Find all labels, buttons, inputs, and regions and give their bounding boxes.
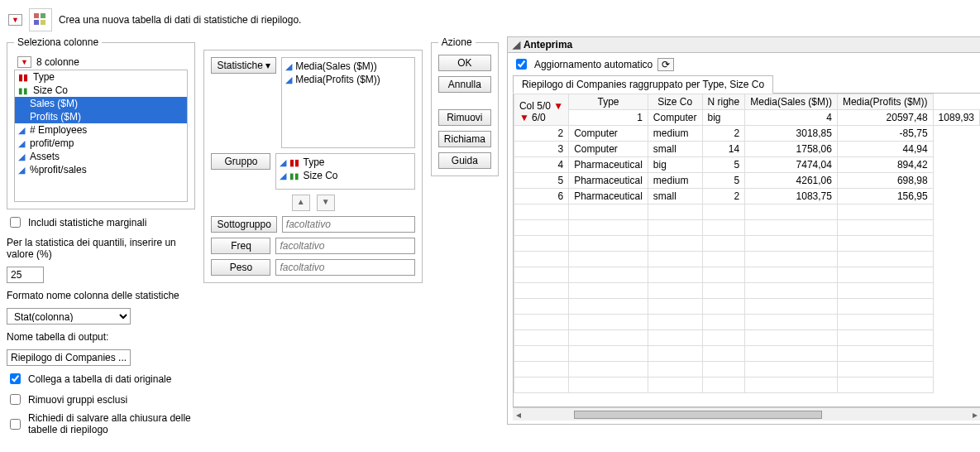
format-label: Formato nome colonna delle statistiche [7,290,195,301]
table-header[interactable]: Media(Sales ($M)) [745,94,838,110]
table-cell: 5 [702,157,745,173]
table-cell: 4261,06 [745,173,838,189]
col-indicator[interactable]: Col 5/0 ▼ [519,100,563,112]
table-row[interactable]: 3Computersmall141758,0644,94 [514,142,979,157]
link-original-checkbox[interactable]: Collega a tabella di dati originale [7,371,195,387]
group-label: Type [303,156,324,168]
freq-button[interactable]: Freq [211,238,270,254]
include-marginal-checkbox[interactable]: Includi statistiche marginali [7,214,195,230]
table-header[interactable]: Size Co [648,94,702,110]
group-item[interactable]: ◢ ▮▮ Size Co [278,169,412,182]
row-number: 3 [514,142,568,157]
table-cell: 20597,48 [837,110,933,126]
include-marginal-input[interactable] [10,217,21,228]
weight-button[interactable]: Peso [211,259,270,276]
subgroup-button[interactable]: Sottogruppo [211,216,276,233]
weight-input[interactable] [275,259,414,276]
table-cell: -85,75 [837,126,933,142]
quantile-input[interactable] [7,267,44,283]
column-label: Type [33,71,55,83]
ask-save-checkbox[interactable]: Richiedi di salvare alla chiusura delle … [7,412,195,435]
continuous-icon: ◢ [280,157,286,168]
group-button[interactable]: Gruppo [211,153,270,170]
table-row [514,299,979,315]
scroll-right-icon[interactable]: ▸ [969,409,980,421]
select-columns-fieldset: Seleziona colonne ▼ 8 colonne ▮▮ Type▮▮ … [7,36,195,209]
column-label: Sales ($M) [30,98,78,109]
auto-update-input[interactable] [516,59,527,70]
column-label: # Employees [30,124,87,136]
menu-trigger-icon[interactable]: ▼ [8,14,22,26]
row-number: 2 [514,126,568,142]
table-row [514,252,979,267]
row-indicator[interactable]: 6/0 [532,112,546,123]
table-row[interactable]: 4Pharmaceuticalbig57474,04894,42 [514,157,979,173]
remove-groups-label: Rimuovi gruppi esclusi [28,394,127,406]
preview-table-wrap: Col 5/0 ▼▼ 6/0TypeSize CoN righeMedia(Sa… [513,93,980,407]
subgroup-input[interactable] [282,216,415,233]
outname-input[interactable] [7,349,131,366]
column-item[interactable]: ◢ Sales ($M) [15,97,187,110]
statistics-button[interactable]: Statistiche ▾ [211,57,276,74]
table-cell: 3018,85 [745,126,838,142]
table-row [514,267,979,283]
column-item[interactable]: ▮▮ Type [15,70,187,84]
table-cell: Pharmaceutical [569,157,648,173]
table-row[interactable]: 1Computerbig420597,481089,93 [514,110,979,126]
format-select[interactable]: Stat(colonna) [7,308,131,325]
sort-asc-button[interactable]: ▲ [292,195,310,211]
continuous-icon: ◢ [285,75,292,85]
cancel-button[interactable]: Annulla [438,76,491,93]
statistic-label: Media(Sales ($M)) [295,60,377,72]
column-label: Profits ($M) [30,111,81,123]
statistic-item[interactable]: ◢ Media(Sales ($M)) [284,60,413,73]
preview-tab[interactable]: Riepilogo di Companies raggruppato per T… [513,75,773,94]
column-item[interactable]: ◢ # Employees [15,123,187,137]
table-row[interactable]: 6Pharmaceuticalsmall21083,75156,95 [514,189,979,204]
column-item[interactable]: ▮▮ Size Co [15,84,187,97]
remove-groups-input[interactable] [10,394,21,405]
group-box[interactable]: ◢ ▮▮ Type◢ ▮▮ Size Co [275,153,414,190]
table-header[interactable]: Media(Profits ($M)) [837,94,933,110]
scroll-left-icon[interactable]: ◂ [513,409,524,421]
group-label: Size Co [303,170,337,181]
column-label: Assets [30,151,60,162]
column-label: %profit/sales [30,164,87,176]
ask-save-input[interactable] [10,419,21,430]
horizontal-scrollbar[interactable]: ◂ ▸ [513,407,980,421]
freq-input[interactable] [275,238,414,254]
column-item[interactable]: ◢ %profit/sales [15,163,187,176]
header-description: Crea una nuova tabella di dati di statis… [59,14,302,26]
table-cell: medium [648,126,702,142]
table-row[interactable]: 2Computermedium23018,85-85,75 [514,126,979,142]
column-label: profit/emp [30,137,74,149]
remove-groups-checkbox[interactable]: Rimuovi gruppi esclusi [7,392,195,407]
group-item[interactable]: ◢ ▮▮ Type [278,156,412,169]
table-row [514,315,979,330]
column-item[interactable]: ◢ Assets [15,150,187,163]
columns-list[interactable]: ▮▮ Type▮▮ Size Co◢ Sales ($M)◢ Profits (… [14,70,188,202]
columns-menu-icon[interactable]: ▼ [17,56,31,68]
scroll-thumb[interactable] [574,411,822,419]
table-header[interactable]: N righe [702,94,745,110]
link-original-input[interactable] [10,373,21,384]
table-cell: Computer [569,126,648,142]
auto-update-checkbox[interactable]: Aggiornamento automatico ⟳ [513,56,980,72]
remove-button[interactable]: Rimuovi [438,109,491,126]
statistics-box[interactable]: ◢ Media(Sales ($M))◢ Media(Profits ($M)) [281,57,415,148]
refresh-icon[interactable]: ⟳ [657,58,674,71]
auto-update-label: Aggiornamento automatico [534,59,653,70]
help-button[interactable]: Guida [438,152,491,169]
table-cell: 4 [745,110,838,126]
disclosure-icon[interactable]: ◢ [513,39,520,50]
recall-button[interactable]: Richiama [438,131,491,147]
table-row[interactable]: 5Pharmaceuticalmedium54261,06698,98 [514,173,979,189]
column-item[interactable]: ◢ profit/emp [15,137,187,150]
table-row [514,204,979,220]
sort-desc-button[interactable]: ▼ [317,195,335,211]
column-item[interactable]: ◢ Profits ($M) [15,110,187,123]
statistic-item[interactable]: ◢ Media(Profits ($M)) [284,73,413,86]
table-cell: 14 [702,142,745,157]
table-header[interactable]: Type [569,94,648,110]
ok-button[interactable]: OK [438,55,491,71]
